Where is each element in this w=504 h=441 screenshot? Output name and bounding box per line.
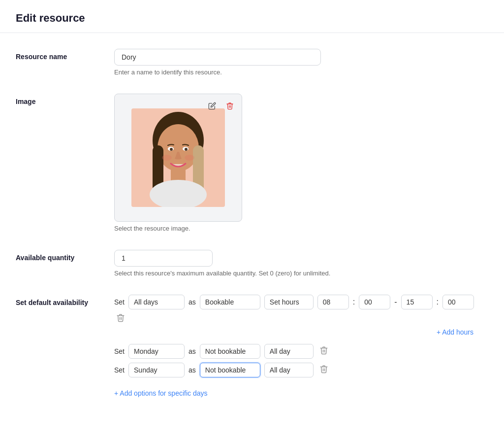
time-separator-1: : (353, 298, 355, 306)
set-text-2: Set (114, 347, 125, 355)
image-row: Image (16, 94, 488, 232)
delete-image-button[interactable] (223, 99, 237, 113)
availability-field: Set All days Monday Tuesday Wednesday Th… (114, 295, 488, 397)
day-select-wrapper-2: All days Monday Tuesday Wednesday Thursd… (128, 344, 185, 359)
image-hint: Select the resource image. (114, 225, 488, 232)
resource-name-field: Enter a name to identify this resource. (114, 49, 488, 76)
time-select-wrapper-2: All day Set hours (264, 344, 314, 359)
avail-row-2: Set All days Monday Tuesday Wednesday Th… (114, 344, 488, 359)
availability-label: Set default availability (16, 295, 114, 306)
delete-avail-row-2[interactable] (319, 346, 328, 357)
end-hour-wrapper: 080910 111213 1415 (401, 295, 433, 309)
add-hours-link[interactable]: + Add hours (114, 328, 488, 336)
end-hour-select[interactable]: 080910 111213 1415 (401, 295, 433, 309)
time-select-wrapper-3: All day Set hours (264, 363, 314, 377)
end-min-wrapper: 00 153045 (442, 295, 474, 309)
status-select-wrapper-2: Bookable Not bookable (200, 344, 260, 359)
as-text-3: as (189, 366, 196, 374)
as-text-2: as (189, 347, 196, 355)
person-image (131, 108, 225, 207)
image-field: Select the resource image. (114, 94, 488, 232)
svg-point-9 (170, 148, 173, 151)
start-hour-wrapper: 08 091011 121314 (317, 295, 349, 309)
image-container (114, 94, 242, 222)
day-select-wrapper-3: All days Monday Tuesday Wednesday Thursd… (128, 363, 185, 377)
page-container: Edit resource Resource name Enter a name… (0, 0, 504, 441)
edit-image-button[interactable] (205, 99, 219, 113)
image-inner (131, 108, 225, 207)
resource-name-row: Resource name Enter a name to identify t… (16, 49, 488, 76)
as-text-1: as (189, 298, 196, 306)
quantity-row: Available quantity Select this resource'… (16, 250, 488, 277)
set-text-3: Set (114, 366, 125, 374)
add-specific-days-link[interactable]: + Add options for specific days (114, 389, 208, 397)
add-hours-container: + Add hours (114, 328, 488, 336)
delete-avail-row-3[interactable] (319, 365, 328, 375)
avail-row-3: Set All days Monday Tuesday Wednesday Th… (114, 363, 488, 377)
time-select-2[interactable]: All day Set hours (264, 344, 314, 359)
resource-name-hint: Enter a name to identify this resource. (114, 68, 488, 76)
time-separator-2: : (437, 298, 439, 306)
time-select-3[interactable]: All day Set hours (264, 363, 314, 377)
status-select-1[interactable]: Bookable Not bookable (200, 295, 260, 309)
hours-type-select-1[interactable]: Set hours All day (264, 295, 314, 309)
status-select-wrapper-1: Bookable Not bookable (200, 295, 260, 309)
avail-row-1: Set All days Monday Tuesday Wednesday Th… (114, 295, 488, 324)
resource-name-input[interactable] (114, 49, 321, 66)
quantity-input[interactable] (114, 250, 213, 267)
image-icons (205, 99, 237, 113)
page-header: Edit resource (0, 0, 504, 33)
start-hour-select[interactable]: 08 091011 121314 (317, 295, 349, 309)
status-select-2[interactable]: Bookable Not bookable (200, 344, 260, 359)
day-select-2[interactable]: All days Monday Tuesday Wednesday Thursd… (128, 344, 185, 359)
set-text-1: Set (114, 298, 125, 306)
svg-point-10 (185, 148, 188, 151)
start-min-wrapper: 00 153045 (359, 295, 390, 309)
image-label: Image (16, 94, 114, 105)
end-min-select[interactable]: 00 153045 (442, 295, 474, 309)
availability-row: Set default availability Set All days Mo… (16, 295, 488, 397)
day-select-1[interactable]: All days Monday Tuesday Wednesday Thursd… (128, 295, 185, 309)
hours-select-wrapper-1: Set hours All day (264, 295, 314, 309)
day-select-wrapper-1: All days Monday Tuesday Wednesday Thursd… (128, 295, 185, 309)
quantity-field: Select this resource's maximum available… (114, 250, 488, 277)
status-select-3[interactable]: Bookable Not bookable (200, 363, 260, 377)
day-select-3[interactable]: All days Monday Tuesday Wednesday Thursd… (128, 363, 185, 377)
svg-point-12 (185, 155, 194, 161)
quantity-label: Available quantity (16, 250, 114, 262)
delete-avail-row-1[interactable] (116, 313, 125, 324)
page-title: Edit resource (16, 12, 488, 25)
svg-point-11 (162, 155, 172, 161)
range-dash: - (394, 298, 397, 306)
start-min-select[interactable]: 00 153045 (359, 295, 390, 309)
status-select-wrapper-3: Bookable Not bookable (200, 363, 260, 377)
form-body: Resource name Enter a name to identify t… (0, 33, 504, 431)
resource-name-label: Resource name (16, 49, 114, 61)
quantity-hint: Select this resource's maximum available… (114, 270, 488, 277)
